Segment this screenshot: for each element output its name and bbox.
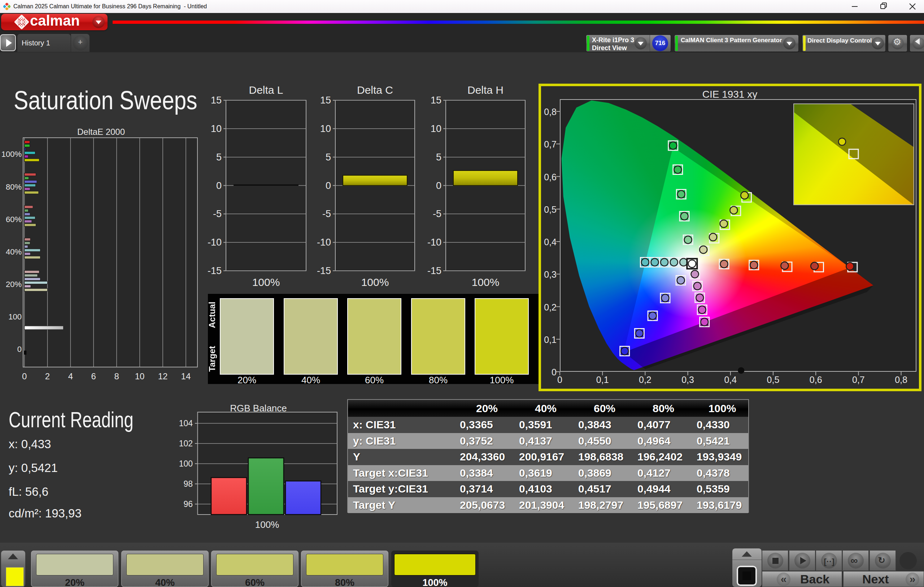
svg-text:0,5: 0,5	[544, 204, 556, 215]
svg-text:0,8: 0,8	[895, 375, 908, 385]
svg-text:14: 14	[181, 372, 191, 381]
svg-text:4: 4	[68, 372, 73, 381]
svg-text:5: 5	[216, 152, 222, 163]
svg-text:10: 10	[320, 123, 331, 134]
svg-text:100%: 100%	[361, 276, 389, 288]
svg-text:0,1: 0,1	[544, 335, 556, 345]
svg-text:-15: -15	[208, 265, 222, 276]
svg-text:Delta L: Delta L	[249, 84, 283, 96]
svg-text:15: 15	[320, 95, 331, 106]
svg-text:0,7: 0,7	[544, 139, 556, 149]
svg-text:5: 5	[436, 152, 441, 163]
svg-text:0,8: 0,8	[544, 107, 556, 117]
svg-text:100: 100	[179, 459, 193, 469]
svg-text:10: 10	[135, 372, 145, 381]
svg-text:-5: -5	[322, 209, 331, 219]
svg-text:102: 102	[179, 439, 193, 448]
svg-text:5: 5	[325, 152, 331, 163]
svg-text:100%: 100%	[255, 519, 279, 530]
svg-text:6: 6	[91, 372, 96, 381]
svg-text:0: 0	[17, 345, 21, 354]
svg-text:-5: -5	[213, 209, 222, 219]
svg-text:80%: 80%	[6, 183, 21, 191]
svg-text:0,1: 0,1	[596, 375, 609, 385]
svg-text:98: 98	[183, 479, 193, 488]
svg-text:0,6: 0,6	[810, 375, 822, 385]
svg-text:0,7: 0,7	[852, 375, 865, 385]
svg-text:100%: 100%	[472, 276, 500, 288]
svg-text:40%: 40%	[6, 247, 21, 257]
svg-text:8: 8	[114, 372, 119, 381]
svg-text:0: 0	[325, 180, 331, 191]
svg-text:0,2: 0,2	[544, 302, 556, 312]
svg-text:0,2: 0,2	[639, 375, 652, 385]
svg-text:104: 104	[179, 419, 193, 428]
svg-text:0: 0	[551, 367, 556, 377]
svg-text:60%: 60%	[6, 215, 21, 224]
svg-text:0: 0	[22, 372, 27, 381]
svg-text:100%: 100%	[252, 276, 280, 288]
svg-text:15: 15	[211, 95, 222, 106]
svg-text:0,4: 0,4	[544, 237, 556, 247]
svg-text:96: 96	[183, 499, 193, 509]
svg-text:15: 15	[431, 95, 441, 106]
svg-text:100%: 100%	[2, 150, 21, 159]
svg-text:-10: -10	[427, 237, 441, 248]
svg-text:0,3: 0,3	[544, 269, 556, 280]
svg-text:20%: 20%	[6, 280, 21, 289]
svg-text:-10: -10	[317, 237, 331, 248]
svg-text:-15: -15	[317, 265, 331, 276]
svg-text:100: 100	[8, 312, 21, 321]
svg-text:2: 2	[45, 372, 50, 381]
svg-text:0: 0	[557, 375, 562, 385]
svg-text:10: 10	[431, 123, 441, 134]
svg-text:12: 12	[158, 372, 168, 381]
svg-text:0,5: 0,5	[767, 375, 780, 385]
svg-text:-10: -10	[208, 237, 222, 248]
svg-text:Delta H: Delta H	[467, 84, 503, 96]
svg-text:0,6: 0,6	[544, 172, 556, 182]
svg-text:-15: -15	[427, 265, 441, 276]
svg-text:0,4: 0,4	[724, 375, 737, 385]
svg-text:0,3: 0,3	[681, 375, 694, 385]
svg-text:0: 0	[436, 180, 441, 191]
svg-text:10: 10	[211, 123, 222, 134]
svg-text:0: 0	[216, 180, 222, 191]
svg-text:Delta C: Delta C	[357, 84, 393, 96]
svg-text:-5: -5	[433, 209, 441, 219]
